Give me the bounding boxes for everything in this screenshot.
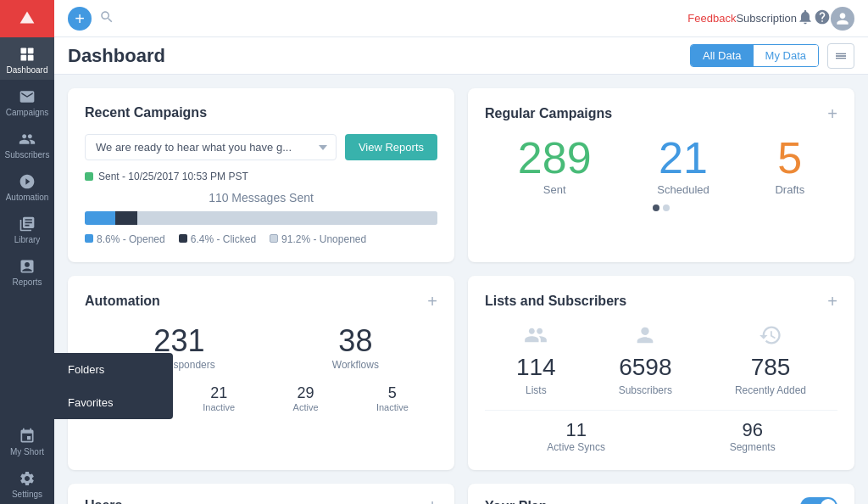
sent-label: Sent - 10/25/2017 10:53 PM PST [85, 171, 437, 182]
users-card: Users + [68, 484, 454, 504]
users-add-icon[interactable]: + [427, 497, 437, 504]
add-button[interactable]: + [68, 7, 92, 31]
your-plan-card: Your Plan [468, 484, 854, 504]
lists-top: 114 Lists 6598 Subscribers [485, 323, 837, 396]
sidebar-item-dashboard[interactable]: Dashboard [0, 37, 54, 80]
svg-rect-3 [28, 55, 34, 61]
automation-add-icon[interactable]: + [427, 293, 437, 310]
lists-count: 114 [516, 354, 556, 381]
opened-dot [85, 234, 93, 243]
regular-campaigns-title: Regular Campaigns [485, 106, 612, 121]
help-icon[interactable] [814, 8, 831, 29]
sidebar-item-campaigns[interactable]: Campaigns [0, 80, 54, 122]
avatar[interactable] [831, 7, 854, 31]
sidebar-item-label-dashboard: Dashboard [7, 65, 48, 75]
messages-sent-label: 110 Messages Sent [85, 191, 437, 204]
sidebar-item-settings[interactable]: Settings [0, 462, 54, 504]
sidebar-item-label-automation: Automation [6, 193, 49, 202]
sidebar-item-library[interactable]: Library [0, 207, 54, 249]
lists-subscribers-card: Lists and Subscribers + 114 Lists [468, 276, 854, 470]
sidebar-item-myshort[interactable]: My Short Folders Favorites [0, 419, 54, 462]
progress-unopened [137, 211, 437, 225]
sidebar-item-label-myshort: My Short [10, 447, 44, 456]
bell-icon[interactable] [797, 8, 814, 29]
sidebar-popup-item-favorites[interactable]: Favorites [54, 386, 173, 419]
progress-bar [85, 211, 437, 225]
recently-added-count: 785 [751, 354, 791, 381]
campaign-controls: We are ready to hear what you have g... … [85, 134, 437, 160]
recent-campaigns-card: Recent Campaigns We are ready to hear wh… [68, 88, 454, 262]
segments-stat: 96 Segments [730, 419, 776, 453]
dashboard-titlebar: Dashboard All Data My Data [54, 37, 868, 75]
toggle-switch[interactable] [800, 497, 837, 504]
bottom-grid: Automation + 231 Autoresponders 38 Workf… [68, 276, 854, 470]
automation-title: Automation [85, 294, 160, 309]
scheduled-label: Scheduled [657, 183, 709, 196]
active-syncs-label: Active Syncs [547, 441, 605, 453]
drafts-stat: 5 Drafts [775, 136, 804, 196]
dot-1[interactable] [653, 204, 659, 211]
sidebar-item-automation[interactable]: Automation [0, 165, 54, 207]
clicked-dot [179, 234, 187, 243]
workflows-count: 38 [332, 323, 379, 359]
feedback-link[interactable]: Feedback [687, 12, 736, 25]
campaign-select[interactable]: We are ready to hear what you have g... [85, 134, 337, 160]
app-logo[interactable] [0, 0, 54, 37]
sidebar-item-reports[interactable]: Reports [0, 249, 54, 292]
drafts-label: Drafts [775, 183, 804, 196]
inactive2-count: 5 [376, 384, 409, 402]
svg-rect-1 [28, 48, 34, 54]
active-label: Active [293, 402, 319, 412]
svg-rect-0 [21, 48, 27, 54]
search-icon[interactable] [99, 9, 114, 28]
all-data-button[interactable]: All Data [691, 45, 754, 66]
segments-count: 96 [730, 419, 776, 441]
subscribers-icon [633, 323, 657, 350]
unopened-dot [270, 234, 278, 243]
regular-campaigns-card: Regular Campaigns + 289 Sent 21 Schedule… [468, 88, 854, 262]
columns-button[interactable] [827, 43, 854, 69]
workflows-label: Workflows [332, 359, 379, 371]
topbar-actions: All Data My Data [690, 43, 854, 69]
subscribers-label: Subscribers [619, 384, 672, 396]
subscribers-stat: 6598 Subscribers [619, 323, 672, 396]
clicked-stat: 6.4% - Clicked [179, 233, 256, 245]
lists-add-icon[interactable]: + [827, 293, 837, 310]
auto-sub-inactive2: 5 Inactive [376, 384, 409, 412]
sent-stat: 289 Sent [518, 136, 592, 196]
recently-added-icon [759, 323, 782, 350]
sent-label-reg: Sent [518, 183, 592, 196]
your-plan-header: Your Plan [485, 497, 837, 504]
bottom-row: Users + Your Plan [68, 484, 854, 504]
drafts-count: 5 [775, 136, 804, 180]
auto-sub-inactive1: 21 Inactive [203, 384, 235, 412]
lists-stat: 114 Lists [516, 323, 556, 396]
workflows-stat: 38 Workflows [332, 323, 379, 371]
dot-2[interactable] [663, 204, 670, 211]
inactive1-label: Inactive [203, 402, 235, 412]
sent-dot [85, 172, 93, 181]
scheduled-count: 21 [657, 136, 709, 180]
view-reports-button[interactable]: View Reports [345, 134, 437, 160]
sidebar: Dashboard Campaigns Subscribers Automati… [0, 0, 54, 504]
my-data-button[interactable]: My Data [754, 45, 818, 66]
progress-opened [85, 211, 115, 225]
users-title: Users [85, 498, 122, 504]
sidebar-item-label-reports: Reports [12, 277, 42, 287]
sidebar-item-label-campaigns: Campaigns [6, 108, 49, 117]
active-syncs-stat: 11 Active Syncs [547, 419, 605, 453]
lists-bottom: 11 Active Syncs 96 Segments [485, 410, 837, 453]
dots-indicator [485, 204, 837, 211]
lists-subscribers-header: Lists and Subscribers + [485, 293, 837, 310]
sidebar-item-label-subscribers: Subscribers [5, 150, 50, 160]
scheduled-stat: 21 Scheduled [657, 136, 709, 196]
subscription-link[interactable]: Subscription [736, 12, 797, 25]
sidebar-popup-item-folders[interactable]: Folders [54, 353, 173, 386]
toggle-knob [821, 499, 836, 504]
top-grid: Recent Campaigns We are ready to hear wh… [68, 88, 854, 262]
progress-clicked [115, 211, 138, 225]
regular-campaigns-add-icon[interactable]: + [827, 105, 837, 122]
stats-row: 8.6% - Opened 6.4% - Clicked 91.2% - Uno… [85, 233, 437, 245]
recent-campaigns-header: Recent Campaigns [85, 105, 437, 120]
sidebar-item-subscribers[interactable]: Subscribers [0, 122, 54, 165]
